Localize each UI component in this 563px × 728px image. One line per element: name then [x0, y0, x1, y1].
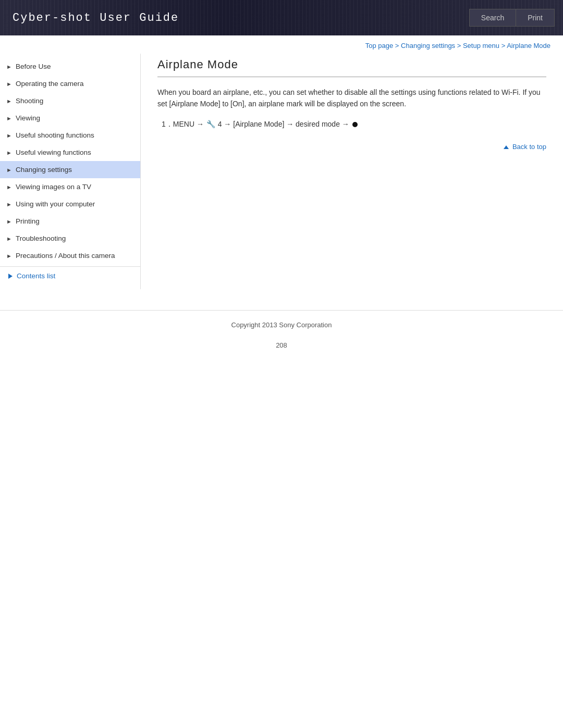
breadcrumb-changing-settings[interactable]: Changing settings — [401, 42, 455, 50]
content-description: When you board an airplane, etc., you ca… — [157, 87, 546, 110]
sidebar-label-troubleshooting: Troubleshooting — [16, 235, 66, 242]
breadcrumb-airplane-mode[interactable]: Airplane Mode — [507, 42, 550, 50]
wrench-icon: 🔧 — [206, 118, 215, 130]
main-layout: ► Before Use ► Operating the camera ► Sh… — [0, 54, 563, 289]
back-to-top-label: Back to top — [512, 143, 546, 151]
breadcrumb: Top page > Changing settings > Setup men… — [0, 35, 563, 54]
page-title: Airplane Mode — [157, 58, 546, 77]
sidebar-label-operating-the-camera: Operating the camera — [16, 80, 84, 88]
sidebar-label-useful-viewing-functions: Useful viewing functions — [16, 149, 91, 156]
sidebar-label-precautions: Precautions / About this camera — [16, 252, 115, 260]
page-number-row: 208 — [0, 337, 563, 360]
sidebar-item-printing[interactable]: ► Printing — [0, 213, 140, 230]
chevron-right-icon: ► — [6, 81, 13, 87]
sidebar-item-operating-the-camera[interactable]: ► Operating the camera — [0, 75, 140, 92]
sidebar-item-useful-viewing-functions[interactable]: ► Useful viewing functions — [0, 144, 140, 161]
chevron-right-icon: ► — [6, 115, 13, 121]
chevron-right-icon: ► — [6, 201, 13, 207]
back-to-top-link[interactable]: Back to top — [504, 143, 546, 151]
chevron-right-icon: ► — [6, 98, 13, 104]
breadcrumb-sep3: > — [499, 42, 507, 50]
content-area: Airplane Mode When you board an airplane… — [141, 54, 563, 289]
chevron-right-icon: ► — [6, 150, 13, 156]
breadcrumb-top-page[interactable]: Top page — [365, 42, 394, 50]
chevron-right-icon: ► — [6, 64, 13, 70]
sidebar-label-changing-settings: Changing settings — [16, 166, 72, 174]
footer: Copyright 2013 Sony Corporation — [0, 310, 563, 337]
sidebar-label-shooting: Shooting — [16, 97, 43, 105]
back-to-top: Back to top — [157, 142, 546, 151]
sidebar-label-viewing: Viewing — [16, 114, 40, 122]
contents-list-row: Contents list — [0, 266, 140, 285]
breadcrumb-setup-menu[interactable]: Setup menu — [463, 42, 499, 50]
chevron-right-icon: ► — [6, 132, 13, 139]
sidebar-label-using-with-computer: Using with your computer — [16, 200, 95, 208]
page-number: 208 — [276, 341, 287, 349]
sidebar-label-printing: Printing — [16, 217, 40, 225]
breadcrumb-sep1: > — [393, 42, 401, 50]
chevron-right-icon: ► — [6, 167, 13, 173]
sidebar-item-changing-settings[interactable]: ► Changing settings — [0, 161, 140, 178]
sidebar-item-troubleshooting[interactable]: ► Troubleshooting — [0, 230, 140, 247]
triangle-up-icon — [504, 145, 509, 149]
breadcrumb-sep2: > — [455, 42, 463, 50]
sidebar-label-before-use: Before Use — [16, 63, 51, 70]
chevron-right-icon: ► — [6, 253, 13, 259]
contents-list-label: Contents list — [17, 272, 55, 280]
header: Cyber-shot User Guide Search Print — [0, 0, 563, 35]
chevron-right-icon: ► — [6, 218, 13, 225]
instruction-line: 1．MENU → 🔧 4 → [Airplane Mode] → desired… — [162, 118, 546, 130]
sidebar-item-precautions[interactable]: ► Precautions / About this camera — [0, 247, 140, 264]
arrow-right-icon — [8, 274, 13, 279]
sidebar-label-viewing-images-on-tv: Viewing images on a TV — [16, 183, 91, 191]
sidebar-item-using-with-your-computer[interactable]: ► Using with your computer — [0, 195, 140, 213]
sidebar-item-viewing[interactable]: ► Viewing — [0, 109, 140, 127]
sidebar-item-shooting[interactable]: ► Shooting — [0, 92, 140, 109]
site-title: Cyber-shot User Guide — [0, 11, 179, 24]
sidebar-label-useful-shooting-functions: Useful shooting functions — [16, 131, 94, 139]
print-button[interactable]: Print — [516, 9, 555, 27]
sidebar-item-viewing-images-on-tv[interactable]: ► Viewing images on a TV — [0, 178, 140, 195]
copyright-text: Copyright 2013 Sony Corporation — [231, 321, 332, 329]
chevron-right-icon: ► — [6, 184, 13, 190]
instruction-text: 1．MENU → 🔧 4 → [Airplane Mode] → desired… — [162, 118, 359, 130]
chevron-right-icon: ► — [6, 236, 13, 242]
contents-list-link[interactable]: Contents list — [8, 272, 132, 280]
bullet-circle-icon — [352, 122, 358, 127]
header-buttons: Search Print — [469, 9, 563, 27]
sidebar-item-before-use[interactable]: ► Before Use — [0, 58, 140, 75]
sidebar: ► Before Use ► Operating the camera ► Sh… — [0, 54, 141, 289]
search-button[interactable]: Search — [469, 9, 516, 27]
sidebar-item-useful-shooting-functions[interactable]: ► Useful shooting functions — [0, 127, 140, 144]
